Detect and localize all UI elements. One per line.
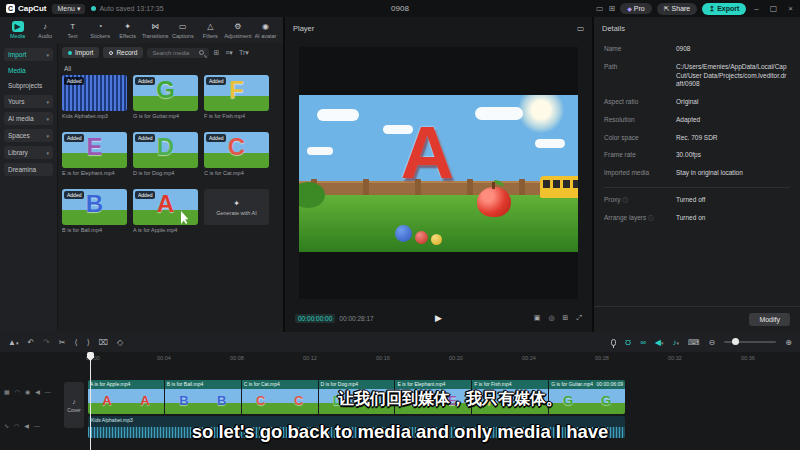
menu-button[interactable]: Menu ▾ (52, 4, 85, 14)
media-icon: ▶ (12, 21, 24, 32)
chevron-down-icon: ▾ (46, 52, 49, 58)
import-icon (68, 51, 72, 55)
zoom-out-icon[interactable]: ⊖ (709, 338, 716, 347)
sidebar-item-ai-media[interactable]: AI media▾ (4, 112, 53, 125)
ai-avatar-icon: ◉ (259, 21, 271, 32)
media-item-selected[interactable]: AddedA A is for Apple.mp4 (133, 189, 200, 246)
player-detach-icon[interactable]: ▭ (577, 24, 584, 33)
sidebar-item-spaces[interactable]: Spaces▾ (4, 129, 53, 142)
details-panel: Details Name0908 PathC:/Users/Emenies/Ap… (594, 17, 800, 332)
trim-right-icon[interactable]: ⟩ (87, 338, 90, 347)
ruler-tick: 00:04 (157, 355, 171, 361)
app-name: CapCut (18, 4, 46, 13)
shortcut-keyboard-icon[interactable]: ⌨ (688, 338, 700, 347)
media-grid: Added Kids Alphabet.mp3 AddedG G is for … (62, 75, 281, 246)
sidebar-item-subprojects[interactable]: Subprojects (4, 80, 53, 91)
detail-value: 30.00fps (676, 151, 701, 160)
link-clips-icon[interactable]: ∞ (640, 338, 646, 347)
media-item[interactable]: AddedD D is for Dog.mp4 (133, 132, 200, 189)
detail-label: Arrange layers ⓘ (604, 214, 676, 223)
sidebar-item-library[interactable]: Library▾ (4, 146, 53, 159)
keyframe-icon[interactable]: ◇ (117, 338, 123, 347)
media-item[interactable]: AddedG G is for Guitar.mp4 (133, 75, 200, 132)
current-time: 00:00:00:00 (295, 314, 335, 323)
media-item[interactable]: AddedE E is for Elephant.mp4 (62, 132, 129, 189)
media-item[interactable]: AddedC C is for Cat.mp4 (204, 132, 271, 189)
sidebar-item-import[interactable]: Import▾ (4, 48, 53, 61)
titlebar: C CapCut Menu ▾ Auto saved 13:17:35 0908… (0, 0, 800, 17)
record-button[interactable]: Record (103, 47, 143, 58)
record-voiceover-icon[interactable] (611, 339, 616, 346)
panels-icon[interactable]: ⊞ (608, 4, 615, 13)
tab-transitions[interactable]: ⋈Transitions (142, 21, 169, 39)
search-input[interactable]: Search media (147, 48, 209, 58)
added-badge: Added (206, 77, 226, 85)
ratio-icon[interactable]: ⊞ (563, 314, 569, 322)
media-item[interactable]: AddedB B is for Ball.mp4 (62, 189, 129, 246)
minimize-button[interactable]: – (751, 4, 761, 13)
pro-button[interactable]: ◆Pro (620, 3, 652, 14)
tab-stickers[interactable]: ◔Stickers (87, 21, 114, 39)
modify-button[interactable]: Modify (749, 313, 790, 326)
close-button[interactable]: × (785, 4, 796, 13)
sidebar-item-yours[interactable]: Yours▾ (4, 95, 53, 108)
share-icon: ⇱ (664, 5, 670, 13)
autosave-dot-icon (91, 6, 96, 11)
track-audio-icon[interactable]: ◀▾ (655, 338, 664, 347)
detail-label: Resolution (604, 116, 676, 125)
generate-with-ai-card[interactable]: ✦Generate with AI (204, 189, 271, 246)
tab-captions[interactable]: ▭Captions (169, 21, 196, 39)
total-duration: 00:00:28:17 (339, 315, 373, 322)
detail-label: Path (604, 63, 676, 89)
trim-left-icon[interactable]: ⟨ (75, 338, 78, 347)
sidebar-item-media[interactable]: Media (4, 65, 53, 76)
zoom-slider-knob[interactable] (732, 338, 739, 345)
search-icon (199, 50, 204, 55)
media-item[interactable]: AddedF F is for Fish.mp4 (204, 75, 271, 132)
undo-icon[interactable]: ↶ (27, 338, 34, 347)
tab-audio[interactable]: ♪Audio (32, 21, 59, 39)
zoom-in-icon[interactable]: ⊕ (785, 338, 792, 347)
school-bus-graphic (540, 176, 578, 198)
share-button[interactable]: ⇱Share (657, 3, 698, 15)
detail-label: Imported media (604, 169, 676, 178)
sort-icon[interactable]: ≡▾ (225, 49, 233, 57)
layout-toggle-icon[interactable]: ▭ (596, 4, 604, 13)
filter-icon[interactable]: Tr▾ (239, 49, 249, 57)
detail-value: Original (676, 98, 698, 107)
tab-media[interactable]: ▶Media (4, 21, 31, 39)
timeline-zoom-slider[interactable] (724, 341, 776, 343)
tab-adjustment[interactable]: ⚙Adjustment (224, 21, 251, 39)
magnet-snap-icon[interactable]: Ω (625, 338, 631, 347)
tab-filters[interactable]: △Filters (197, 21, 224, 39)
tab-text[interactable]: TText (59, 21, 86, 39)
fullscreen-icon[interactable]: ⤢ (576, 314, 582, 322)
snap-preview-icon[interactable]: ◎ (548, 314, 554, 322)
redo-icon[interactable]: ↷ (43, 338, 50, 347)
tab-effects[interactable]: ✦Effects (114, 21, 141, 39)
play-button[interactable]: ▶ (435, 313, 442, 323)
letter-a-graphic: A (401, 116, 454, 190)
grid-view-icon[interactable]: ⊞ (213, 49, 219, 57)
sidebar-item-dreamina[interactable]: Dreamina (4, 163, 53, 176)
split-icon[interactable]: ✂ (59, 338, 66, 347)
select-tool-icon[interactable]: ▲▾ (8, 338, 18, 347)
media-panel: ▶Media ♪Audio TText ◔Stickers ✦Effects ⋈… (0, 17, 283, 332)
mirror-preview-icon[interactable]: ▣ (534, 314, 541, 322)
detail-label: Aspect ratio (604, 98, 676, 107)
stickers-icon: ◔ (94, 21, 106, 32)
export-button[interactable]: ↥Export (702, 3, 746, 15)
player-viewport[interactable]: A (299, 47, 578, 299)
preview-audio-icon[interactable]: ♪▾ (673, 338, 680, 347)
subtitle-english: so let's go back to media and only media… (0, 421, 800, 443)
timeline-ruler[interactable]: 00:00 00:04 00:08 00:12 00:16 00:20 00:2… (0, 352, 800, 366)
delete-icon[interactable]: ⌧ (99, 338, 108, 347)
import-button[interactable]: Import (62, 47, 99, 58)
tab-ai-avatar[interactable]: ◉AI avatar (252, 21, 279, 39)
maximize-button[interactable]: ▢ (767, 4, 781, 13)
ruler-tick: 00:20 (449, 355, 463, 361)
media-item-audio[interactable]: Added Kids Alphabet.mp3 (62, 75, 129, 132)
transitions-icon: ⋈ (149, 21, 161, 32)
capcut-logo-icon: C (6, 4, 15, 13)
export-icon: ↥ (709, 5, 715, 13)
